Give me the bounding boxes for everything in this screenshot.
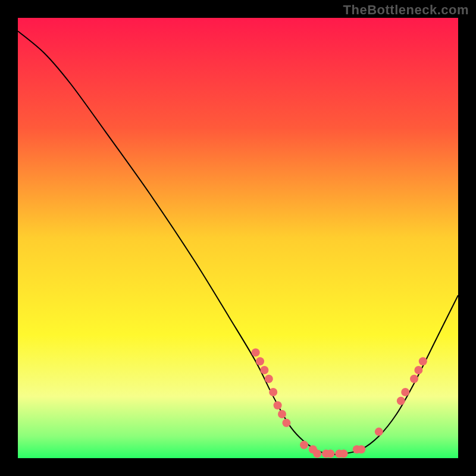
data-point [357, 445, 365, 453]
data-point [265, 375, 273, 383]
data-point [282, 419, 290, 427]
data-point [397, 397, 405, 405]
data-point [256, 357, 264, 365]
data-point [260, 366, 268, 374]
data-point [274, 401, 282, 409]
data-point [419, 357, 427, 365]
gradient-background [18, 18, 458, 458]
chart-root: TheBottleneck.com [0, 0, 476, 476]
data-point [414, 366, 422, 374]
data-point [326, 450, 334, 458]
data-point [410, 375, 418, 383]
bottleneck-curve-chart [0, 0, 476, 476]
data-point [375, 428, 383, 436]
data-point [313, 450, 321, 458]
data-point [340, 450, 348, 458]
data-point [269, 388, 277, 396]
attribution-label: TheBottleneck.com [343, 2, 469, 18]
data-point [300, 441, 308, 449]
data-point [252, 348, 260, 356]
data-point [401, 388, 409, 396]
data-point [278, 410, 286, 418]
